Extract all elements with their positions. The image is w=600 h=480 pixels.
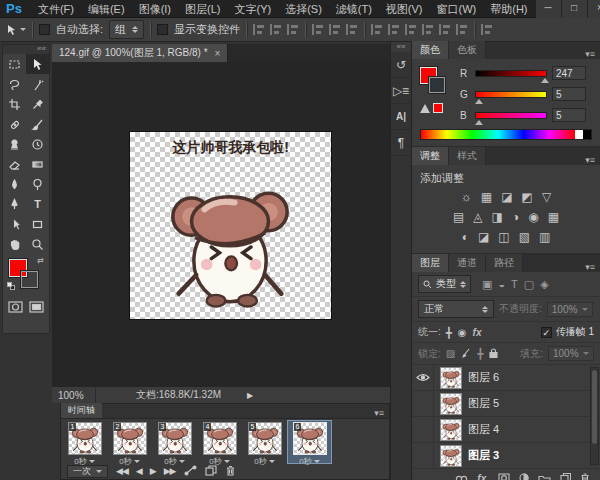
filter-shape-layers-icon[interactable]: ▢ bbox=[524, 278, 534, 291]
gamut-color-swatch[interactable] bbox=[433, 103, 443, 113]
layer-thumbnail[interactable] bbox=[440, 445, 462, 467]
layer-style-icon[interactable]: fx. bbox=[477, 473, 489, 480]
expand-dock-icon[interactable]: «« bbox=[391, 42, 411, 52]
screen-mode-button[interactable] bbox=[29, 301, 44, 315]
layer-thumbnail[interactable] bbox=[440, 367, 462, 389]
paragraph-panel-icon[interactable]: ¶ bbox=[391, 130, 411, 156]
align-horizontal-centers-icon[interactable] bbox=[270, 24, 282, 35]
tab-channels[interactable]: 通道 bbox=[449, 254, 486, 272]
frame-delay[interactable]: 0秒 bbox=[243, 456, 286, 467]
lock-position-icon[interactable]: ╋ bbox=[477, 348, 483, 359]
timeline-panel-menu-icon[interactable]: ▾≡ bbox=[374, 408, 389, 418]
unify-visibility-icon[interactable]: ◉ bbox=[458, 327, 467, 338]
distribute-horizontal-icon[interactable] bbox=[439, 24, 451, 35]
vibrance-icon[interactable]: ▽ bbox=[542, 191, 551, 204]
layer-row-5[interactable]: 图层 5 bbox=[412, 391, 600, 417]
background-color-swatch[interactable] bbox=[429, 77, 445, 93]
opacity-dropdown[interactable]: 100% bbox=[547, 302, 593, 317]
filter-pixel-layers-icon[interactable]: ▣ bbox=[482, 278, 492, 291]
color-balance-icon[interactable]: ◬ bbox=[473, 211, 482, 224]
green-value-field[interactable]: 5 bbox=[552, 87, 586, 101]
show-transform-checkbox[interactable] bbox=[157, 24, 168, 35]
layer-row-4[interactable]: 图层 4 bbox=[412, 417, 600, 443]
levels-icon[interactable]: ▦ bbox=[481, 191, 492, 204]
actions-panel-icon[interactable]: ▷≡ bbox=[391, 78, 411, 104]
tab-swatches[interactable]: 色板 bbox=[449, 41, 486, 59]
blue-value-field[interactable]: 5 bbox=[552, 108, 586, 122]
menu-help[interactable]: 帮助(H) bbox=[483, 0, 534, 18]
scrollbar-thumb[interactable] bbox=[592, 370, 597, 444]
align-top-edges-icon[interactable] bbox=[312, 24, 324, 35]
menu-layer[interactable]: 图层(L) bbox=[178, 0, 227, 18]
unify-position-icon[interactable]: ╋ bbox=[446, 327, 452, 338]
lock-image-pixels-icon[interactable] bbox=[461, 348, 471, 360]
animation-frame-5[interactable]: 5 0秒 bbox=[243, 421, 286, 463]
gradient-map-icon[interactable]: ▥ bbox=[539, 231, 550, 244]
animation-frame-3[interactable]: 3 0秒 bbox=[153, 421, 196, 463]
align-left-edges-icon[interactable] bbox=[253, 24, 265, 35]
auto-align-layers-icon[interactable] bbox=[481, 24, 493, 35]
background-color-swatch[interactable] bbox=[21, 271, 38, 288]
menu-type[interactable]: 文字(Y) bbox=[227, 0, 278, 18]
distribute-top-icon[interactable] bbox=[371, 24, 383, 35]
timeline-tab[interactable]: 时间轴 bbox=[61, 403, 102, 418]
layer-name[interactable]: 图层 3 bbox=[468, 448, 499, 463]
eraser-tool[interactable] bbox=[3, 154, 26, 174]
status-menu-arrow-icon[interactable]: ▶ bbox=[247, 391, 253, 400]
propagate-frame-checkbox[interactable]: ✓ bbox=[541, 327, 552, 338]
menu-window[interactable]: 窗口(W) bbox=[430, 0, 484, 18]
dodge-tool[interactable] bbox=[26, 174, 49, 194]
animation-frame-4[interactable]: 4 0秒 bbox=[198, 421, 241, 463]
gradient-tool[interactable] bbox=[26, 154, 49, 174]
layer-name[interactable]: 图层 5 bbox=[468, 396, 499, 411]
rectangle-tool[interactable] bbox=[26, 214, 49, 234]
exposure-icon[interactable]: ◩ bbox=[522, 191, 533, 204]
frame-delay[interactable]: 0秒 bbox=[288, 456, 331, 467]
hue-saturation-icon[interactable]: ▤ bbox=[453, 211, 464, 224]
maximize-button[interactable]: □ bbox=[561, 0, 587, 18]
lock-all-icon[interactable] bbox=[489, 348, 498, 360]
menu-view[interactable]: 视图(V) bbox=[379, 0, 430, 18]
quick-mask-button[interactable] bbox=[8, 301, 23, 315]
hand-tool[interactable] bbox=[3, 234, 26, 254]
delete-layer-icon[interactable] bbox=[580, 473, 590, 480]
link-layers-icon[interactable] bbox=[455, 473, 468, 480]
default-colors-icon[interactable] bbox=[7, 282, 17, 291]
fill-dropdown[interactable]: 100% bbox=[548, 346, 594, 361]
canvas-document[interactable]: 这片帅哥我承包啦! bbox=[130, 132, 331, 319]
distribute-vertical-icon[interactable] bbox=[388, 24, 400, 35]
tab-color[interactable]: 颜色 bbox=[412, 41, 449, 59]
move-tool-preset-icon[interactable] bbox=[6, 24, 26, 36]
zoom-tool[interactable] bbox=[26, 234, 49, 254]
lock-transparent-pixels-icon[interactable]: ▨ bbox=[446, 348, 455, 359]
path-selection-tool[interactable] bbox=[3, 214, 26, 234]
blur-tool[interactable] bbox=[3, 174, 26, 194]
blue-slider[interactable] bbox=[475, 112, 547, 119]
zoom-level-field[interactable]: 100% bbox=[52, 387, 96, 403]
visibility-toggle[interactable] bbox=[412, 365, 434, 391]
color-spectrum-ramp[interactable] bbox=[420, 129, 592, 140]
layers-panel-menu-icon[interactable]: ▾≡ bbox=[580, 262, 600, 272]
layer-thumbnail[interactable] bbox=[440, 419, 462, 441]
distribute-left-icon[interactable] bbox=[422, 24, 434, 35]
filter-smart-objects-icon[interactable]: ◈ bbox=[540, 278, 548, 291]
collapse-panel-icon[interactable]: «« bbox=[3, 45, 49, 54]
align-bottom-edges-icon[interactable] bbox=[346, 24, 358, 35]
tab-paths[interactable]: 路径 bbox=[486, 254, 523, 272]
red-slider[interactable] bbox=[475, 70, 547, 77]
auto-select-dropdown[interactable]: 组 bbox=[109, 20, 144, 39]
spot-healing-brush-tool[interactable] bbox=[3, 114, 26, 134]
frame-delay[interactable]: 0秒 bbox=[153, 456, 196, 467]
color-lookup-icon[interactable]: ▦ bbox=[548, 211, 559, 224]
photo-filter-icon[interactable]: ◑ bbox=[512, 211, 519, 224]
tab-close-icon[interactable]: × bbox=[215, 48, 221, 59]
black-white-icon[interactable]: ◨ bbox=[492, 211, 503, 224]
pen-tool[interactable] bbox=[3, 194, 26, 214]
align-vertical-centers-icon[interactable] bbox=[329, 24, 341, 35]
filter-type-layers-icon[interactable]: T bbox=[511, 278, 518, 291]
frame-delay[interactable]: 0秒 bbox=[108, 456, 151, 467]
play-button[interactable]: ▶ bbox=[150, 467, 156, 476]
tab-layers[interactable]: 图层 bbox=[412, 254, 449, 272]
move-tool[interactable] bbox=[26, 54, 49, 74]
menu-file[interactable]: 文件(F) bbox=[31, 0, 81, 18]
